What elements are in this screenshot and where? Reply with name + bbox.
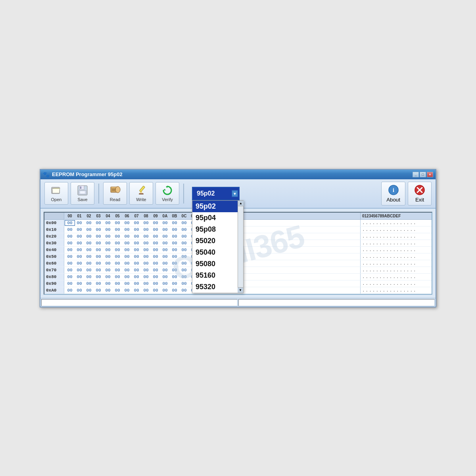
- hex-byte[interactable]: 00: [113, 241, 122, 246]
- dropdown-option-95p02[interactable]: 95p02: [192, 201, 243, 212]
- minimize-button[interactable]: _: [413, 172, 419, 177]
- hex-byte[interactable]: 00: [113, 288, 122, 293]
- hex-byte[interactable]: 00: [141, 261, 151, 266]
- hex-byte[interactable]: 00: [141, 288, 151, 293]
- hex-byte[interactable]: 00: [160, 288, 170, 293]
- hex-byte[interactable]: 00: [122, 248, 132, 252]
- hex-byte[interactable]: 00: [170, 221, 179, 225]
- hex-byte[interactable]: 00: [132, 234, 141, 239]
- hex-byte[interactable]: 00: [179, 227, 189, 232]
- hex-byte[interactable]: 00: [141, 248, 151, 252]
- hex-byte[interactable]: 00: [84, 234, 94, 239]
- hex-byte[interactable]: 00: [75, 268, 84, 273]
- hex-byte[interactable]: 00: [160, 254, 170, 259]
- hex-byte[interactable]: 00: [84, 281, 94, 286]
- hex-byte[interactable]: 00: [132, 268, 141, 273]
- hex-byte[interactable]: 00: [132, 288, 141, 293]
- hex-byte[interactable]: 00: [141, 281, 151, 286]
- hex-byte[interactable]: 00: [160, 234, 170, 239]
- chip-select-container[interactable]: 95p02 ▼ 95p0295p0495p0895020950409508095…: [192, 187, 240, 200]
- hex-byte[interactable]: 00: [84, 241, 94, 246]
- hex-byte[interactable]: 00: [113, 234, 122, 239]
- hex-byte[interactable]: 00: [103, 288, 113, 293]
- hex-byte[interactable]: 00: [132, 221, 141, 225]
- hex-byte[interactable]: 00: [170, 254, 179, 259]
- dropdown-scrollbar[interactable]: ▲▼: [238, 201, 243, 293]
- hex-byte[interactable]: 00: [170, 234, 179, 239]
- hex-byte[interactable]: 00: [170, 241, 179, 246]
- hex-byte[interactable]: 00: [170, 281, 179, 286]
- hex-byte[interactable]: 00: [75, 227, 84, 232]
- hex-byte[interactable]: 00: [65, 248, 75, 252]
- hex-byte[interactable]: 00: [84, 221, 94, 225]
- hex-byte[interactable]: 00: [94, 288, 103, 293]
- hex-byte[interactable]: 00: [132, 248, 141, 252]
- open-button[interactable]: Open: [44, 182, 68, 205]
- hex-byte[interactable]: 00: [160, 261, 170, 266]
- hex-byte[interactable]: 00: [151, 268, 160, 273]
- hex-byte[interactable]: 00: [94, 234, 103, 239]
- chip-dropdown-list[interactable]: 95p0295p0495p089502095040950809516095320…: [192, 200, 244, 293]
- hex-byte[interactable]: 00: [75, 234, 84, 239]
- hex-byte[interactable]: 00: [84, 227, 94, 232]
- hex-byte[interactable]: 00: [179, 241, 189, 246]
- hex-byte[interactable]: 00: [75, 248, 84, 252]
- hex-byte[interactable]: 00: [122, 288, 132, 293]
- hex-byte[interactable]: 00: [94, 261, 103, 266]
- hex-byte[interactable]: 00: [132, 227, 141, 232]
- hex-byte[interactable]: 00: [113, 254, 122, 259]
- hex-byte[interactable]: 00: [84, 274, 94, 279]
- hex-byte[interactable]: 00: [103, 254, 113, 259]
- hex-byte[interactable]: 00: [103, 274, 113, 279]
- hex-byte[interactable]: 00: [122, 221, 132, 225]
- hex-byte[interactable]: 00: [122, 234, 132, 239]
- dropdown-arrow[interactable]: ▼: [232, 190, 238, 197]
- hex-byte[interactable]: 00: [103, 261, 113, 266]
- hex-byte[interactable]: 00: [151, 281, 160, 286]
- hex-byte[interactable]: 00: [179, 234, 189, 239]
- hex-byte[interactable]: 00: [94, 274, 103, 279]
- hex-byte[interactable]: 00: [179, 261, 189, 266]
- hex-byte[interactable]: 00: [75, 274, 84, 279]
- hex-byte[interactable]: 00: [84, 261, 94, 266]
- hex-byte[interactable]: 00: [132, 254, 141, 259]
- hex-byte[interactable]: 00: [132, 274, 141, 279]
- hex-byte[interactable]: 00: [94, 248, 103, 252]
- dropdown-option-95020[interactable]: 95020: [192, 235, 243, 247]
- hex-byte[interactable]: 00: [151, 248, 160, 252]
- hex-byte[interactable]: 00: [122, 241, 132, 246]
- hex-byte[interactable]: 00: [65, 227, 75, 232]
- hex-byte[interactable]: 00: [65, 254, 75, 259]
- dropdown-option-95p08[interactable]: 95p08: [192, 224, 243, 235]
- hex-byte[interactable]: 00: [94, 241, 103, 246]
- hex-byte[interactable]: 00: [84, 248, 94, 252]
- hex-byte[interactable]: 00: [179, 274, 189, 279]
- hex-byte[interactable]: 00: [65, 268, 75, 273]
- read-button[interactable]: Read: [103, 182, 127, 205]
- hex-byte[interactable]: 00: [160, 241, 170, 246]
- hex-byte[interactable]: 00: [151, 221, 160, 225]
- hex-byte[interactable]: 00: [160, 268, 170, 273]
- hex-byte[interactable]: 00: [75, 288, 84, 293]
- hex-byte[interactable]: 00: [132, 281, 141, 286]
- hex-byte[interactable]: 00: [94, 254, 103, 259]
- hex-byte[interactable]: 00: [141, 234, 151, 239]
- hex-byte[interactable]: 00: [170, 274, 179, 279]
- hex-byte[interactable]: 00: [170, 227, 179, 232]
- hex-byte[interactable]: 00: [103, 221, 113, 225]
- hex-byte[interactable]: 00: [113, 221, 122, 225]
- hex-byte[interactable]: 00: [151, 227, 160, 232]
- dropdown-scroll-down[interactable]: ▼: [238, 287, 243, 293]
- hex-byte[interactable]: 00: [113, 248, 122, 252]
- hex-byte[interactable]: 00: [65, 281, 75, 286]
- hex-byte[interactable]: 00: [113, 268, 122, 273]
- hex-byte[interactable]: 00: [151, 261, 160, 266]
- title-controls[interactable]: _ □ ×: [413, 172, 433, 177]
- hex-byte[interactable]: 00: [141, 221, 151, 225]
- hex-byte[interactable]: 00: [113, 274, 122, 279]
- hex-byte[interactable]: 00: [65, 241, 75, 246]
- hex-byte[interactable]: 00: [141, 227, 151, 232]
- hex-byte[interactable]: 00: [160, 221, 170, 225]
- hex-byte[interactable]: 00: [65, 261, 75, 266]
- hex-byte[interactable]: 00: [122, 261, 132, 266]
